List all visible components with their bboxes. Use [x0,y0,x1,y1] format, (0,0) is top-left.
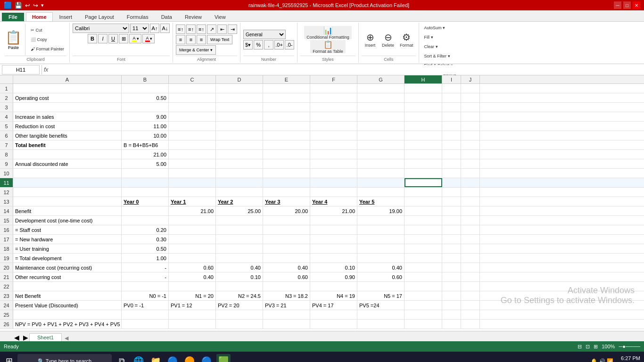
cell[interactable] [461,320,480,329]
cell[interactable] [357,159,405,168]
cell[interactable] [461,206,480,215]
format-table-button[interactable]: 📋 Format as Table [310,40,345,53]
cell[interactable] [461,282,480,291]
cell[interactable] [357,225,405,234]
cell[interactable] [169,310,216,319]
comma-button[interactable]: , [264,40,273,49]
cell[interactable] [310,254,357,263]
cell[interactable] [169,254,216,263]
cell[interactable] [405,93,442,102]
cell[interactable] [122,188,169,197]
cell[interactable] [263,235,310,244]
cell[interactable] [13,197,122,206]
cell[interactable]: PV1 = 12 [169,301,216,310]
cell[interactable]: 0.40 [216,263,263,272]
cell[interactable] [461,263,480,272]
cell[interactable] [169,225,216,234]
cell[interactable] [405,103,442,112]
cut-button[interactable]: ✂ Cut [28,26,66,34]
cell[interactable] [461,272,480,281]
cell[interactable] [310,103,357,112]
cell[interactable] [310,84,357,93]
cell[interactable] [310,310,357,319]
cell[interactable] [13,310,122,319]
cell[interactable] [263,188,310,197]
cell[interactable] [357,254,405,263]
cell[interactable] [442,197,461,206]
cell[interactable] [357,112,405,121]
cell[interactable]: 11.00 [122,122,169,131]
cell[interactable] [216,103,263,112]
formula-input[interactable] [50,65,642,74]
cell[interactable] [442,93,461,102]
cell[interactable] [442,263,461,272]
row-number[interactable]: 13 [0,197,13,206]
cell[interactable]: 25.00 [216,206,263,215]
row-number[interactable]: 17 [0,235,13,244]
row-number[interactable]: 3 [0,103,13,112]
cell[interactable] [461,84,480,93]
cell[interactable] [216,131,263,140]
cell[interactable]: Other tangible benefits [13,131,122,140]
fill-button[interactable]: Fill ▾ [422,33,436,41]
cell[interactable] [357,235,405,244]
row-number[interactable]: 14 [0,206,13,215]
view-page-break[interactable]: ⊞ [594,344,598,350]
cell[interactable] [405,320,442,329]
cell[interactable] [216,93,263,102]
cell[interactable]: Year 5 [357,197,405,206]
col-header-c[interactable]: C [169,75,216,83]
cell[interactable] [169,140,216,149]
cell[interactable] [310,122,357,131]
tab-view[interactable]: View [208,12,232,21]
cell[interactable] [442,254,461,263]
cell[interactable] [310,112,357,121]
cell[interactable] [13,150,122,159]
cell[interactable] [405,282,442,291]
cell[interactable] [263,150,310,159]
cell[interactable] [216,254,263,263]
number-format-select[interactable]: General [243,30,286,39]
cell[interactable] [169,112,216,121]
cell[interactable]: 9.00 [122,112,169,121]
cell[interactable] [122,320,169,329]
cell[interactable]: Year 1 [169,197,216,206]
cell[interactable] [310,93,357,102]
cell[interactable] [310,282,357,291]
cell[interactable]: 0.50 [122,244,169,253]
cell[interactable] [216,112,263,121]
cell[interactable] [263,103,310,112]
cell[interactable] [461,216,480,225]
tab-review[interactable]: Review [179,12,208,21]
cell[interactable]: PV4 = 17 [310,301,357,310]
cell[interactable]: 0.60 [357,272,405,281]
cell[interactable]: 21.00 [169,206,216,215]
cell[interactable] [263,122,310,131]
cell[interactable] [461,244,480,253]
sheet-tab-sheet1[interactable]: Sheet1 [29,333,62,341]
cell[interactable] [310,140,357,149]
cell[interactable] [461,112,480,121]
decimal-inc-button[interactable]: .0+ [274,40,284,49]
cell[interactable] [357,320,405,329]
cell[interactable]: Maintenance cost (recurring cost) [13,263,122,272]
align-center-button[interactable]: ≡ [186,35,196,44]
col-header-b[interactable]: B [122,75,169,83]
cell[interactable] [263,112,310,121]
autosum-button[interactable]: AutoSum ▾ [422,24,448,32]
align-right-button[interactable]: ≡ [197,35,206,44]
cell[interactable]: 1.00 [122,254,169,263]
cell[interactable] [461,159,480,168]
align-tl-button[interactable]: ≡↑ [176,25,185,34]
cell[interactable] [405,254,442,263]
cell[interactable]: = New hardware [13,235,122,244]
bold-button[interactable]: B [88,34,97,43]
cell[interactable] [357,93,405,102]
indent-inc-button[interactable]: ⇥ [228,25,237,34]
cell[interactable] [169,235,216,244]
task-view-button[interactable]: ⧉ [115,354,129,362]
cell[interactable] [405,310,442,319]
cell[interactable] [216,216,263,225]
cell[interactable] [405,244,442,253]
cell[interactable] [461,254,480,263]
